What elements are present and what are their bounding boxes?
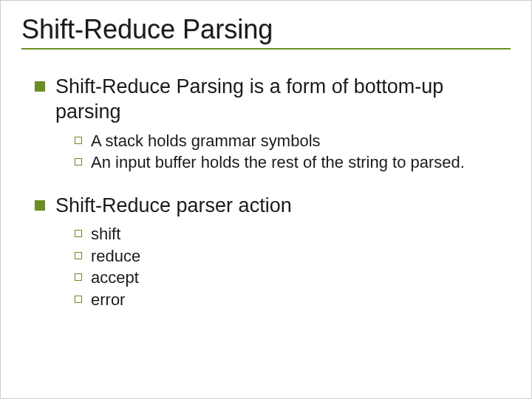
sub-bullet-text: A stack holds grammar symbols	[91, 131, 321, 151]
sub-bullet-item: reduce	[75, 246, 503, 267]
sub-bullet-item: An input buffer holds the rest of the st…	[75, 152, 503, 173]
sub-list: A stack holds grammar symbols An input b…	[35, 131, 503, 173]
sub-bullet-item: A stack holds grammar symbols	[75, 131, 503, 151]
hollow-square-bullet-icon	[75, 273, 82, 281]
hollow-square-bullet-icon	[75, 158, 82, 166]
sub-bullet-text: accept	[91, 267, 139, 288]
sub-bullet-text: An input buffer holds the rest of the st…	[91, 152, 465, 173]
sub-bullet-text: shift	[91, 224, 120, 245]
bullet-text: Shift-Reduce Parsing is a form of bottom…	[55, 75, 503, 125]
slide-title: Shift-Reduce Parsing	[21, 14, 511, 45]
hollow-square-bullet-icon	[75, 252, 82, 259]
hollow-square-bullet-icon	[75, 296, 82, 303]
bullet-item: Shift-Reduce Parsing is a form of bottom…	[35, 75, 503, 125]
sub-bullet-item: shift	[75, 224, 503, 245]
title-underline	[21, 48, 511, 50]
sub-list: shift reduce accept error	[35, 224, 503, 310]
sub-bullet-text: reduce	[91, 246, 140, 267]
sub-bullet-item: error	[75, 290, 503, 310]
bullet-item: Shift-Reduce parser action	[35, 194, 503, 219]
sub-bullet-item: accept	[75, 267, 503, 288]
slide: Shift-Reduce Parsing Shift-Reduce Parsin…	[0, 0, 532, 399]
hollow-square-bullet-icon	[75, 137, 82, 144]
title-area: Shift-Reduce Parsing	[21, 14, 511, 54]
sub-bullet-text: error	[91, 290, 125, 310]
bullet-text: Shift-Reduce parser action	[55, 194, 292, 219]
content-area: Shift-Reduce Parsing is a form of bottom…	[21, 54, 511, 310]
spacer	[35, 186, 503, 194]
hollow-square-bullet-icon	[75, 230, 82, 237]
square-bullet-icon	[35, 200, 45, 211]
square-bullet-icon	[35, 81, 45, 92]
